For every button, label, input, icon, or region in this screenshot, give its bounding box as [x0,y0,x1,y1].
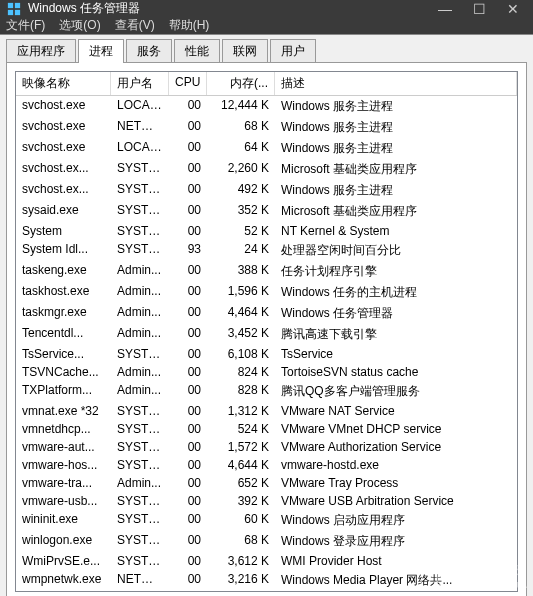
svg-rect-0 [8,2,13,7]
table-row[interactable]: winlogon.exeSYSTEM0068 KWindows 登录应用程序 [16,531,517,552]
window-controls: — ☐ ✕ [437,1,527,17]
table-row[interactable]: svchost.ex...SYSTEM002,260 KMicrosoft 基础… [16,159,517,180]
tab-performance[interactable]: 性能 [174,39,220,63]
tab-applications[interactable]: 应用程序 [6,39,76,63]
table-row[interactable]: TXPlatform...Admin...00828 K腾讯QQ多客户端管理服务 [16,381,517,402]
table-row[interactable]: svchost.exeNETWO...0068 KWindows 服务主进程 [16,117,517,138]
tab-users[interactable]: 用户 [270,39,316,63]
tab-panel: 映像名称 用户名 CPU 内存(... 描述 svchost.exeLOCAL.… [6,62,527,596]
col-image[interactable]: 映像名称 [16,72,111,95]
column-headers: 映像名称 用户名 CPU 内存(... 描述 [16,72,517,96]
client-area: 应用程序 进程 服务 性能 联网 用户 映像名称 用户名 CPU 内存(... … [0,34,533,596]
table-row[interactable]: taskeng.exeAdmin...00388 K任务计划程序引擎 [16,261,517,282]
table-row[interactable]: wmpnetwk.exeNETWO...003,216 KWindows Med… [16,570,517,591]
app-icon [6,1,22,17]
tab-network[interactable]: 联网 [222,39,268,63]
window-title: Windows 任务管理器 [28,0,437,17]
menu-help[interactable]: 帮助(H) [169,17,210,34]
close-icon[interactable]: ✕ [505,1,521,17]
table-row[interactable]: TSVNCache...Admin...00824 KTortoiseSVN s… [16,363,517,381]
table-row[interactable]: taskhost.exeAdmin...001,596 KWindows 任务的… [16,282,517,303]
svg-rect-3 [15,9,20,14]
maximize-icon[interactable]: ☐ [471,1,487,17]
table-row[interactable]: vmware-tra...Admin...00652 KVMware Tray … [16,474,517,492]
titlebar[interactable]: Windows 任务管理器 — ☐ ✕ [0,0,533,17]
table-row[interactable]: Tencentdl...Admin...003,452 K腾讯高速下载引擎 [16,324,517,345]
table-row[interactable]: taskmgr.exeAdmin...004,464 KWindows 任务管理… [16,303,517,324]
table-row[interactable]: vmnat.exe *32SYSTEM001,312 KVMware NAT S… [16,402,517,420]
menu-view[interactable]: 查看(V) [115,17,155,34]
col-mem[interactable]: 内存(... [207,72,275,95]
col-desc[interactable]: 描述 [275,72,517,95]
process-rows[interactable]: svchost.exeLOCAL...0012,444 KWindows 服务主… [16,96,517,591]
table-row[interactable]: svchost.exeLOCAL...0064 KWindows 服务主进程 [16,138,517,159]
table-row[interactable]: vmware-usb...SYSTEM00392 KVMware USB Arb… [16,492,517,510]
table-row[interactable]: SystemSYSTEM0052 KNT Kernel & System [16,222,517,240]
table-row[interactable]: wininit.exeSYSTEM0060 KWindows 启动应用程序 [16,510,517,531]
minimize-icon[interactable]: — [437,1,453,17]
task-manager-window: Windows 任务管理器 — ☐ ✕ 文件(F) 选项(O) 查看(V) 帮助… [0,0,533,596]
table-row[interactable]: sysaid.exeSYSTEM00352 KMicrosoft 基础类应用程序 [16,201,517,222]
svg-rect-2 [8,9,13,14]
table-row[interactable]: System Idl...SYSTEM9324 K处理器空闲时间百分比 [16,240,517,261]
table-row[interactable]: vmware-hos...SYSTEM004,644 Kvmware-hostd… [16,456,517,474]
table-row[interactable]: svchost.exeLOCAL...0012,444 KWindows 服务主… [16,96,517,117]
menubar: 文件(F) 选项(O) 查看(V) 帮助(H) [0,17,533,34]
col-user[interactable]: 用户名 [111,72,169,95]
table-row[interactable]: TsService...SYSTEM006,108 KTsService [16,345,517,363]
table-row[interactable]: vmware-aut...SYSTEM001,572 KVMware Autho… [16,438,517,456]
tab-services[interactable]: 服务 [126,39,172,63]
menu-file[interactable]: 文件(F) [6,17,45,34]
tab-strip: 应用程序 进程 服务 性能 联网 用户 [0,35,533,63]
svg-rect-1 [15,2,20,7]
process-list: 映像名称 用户名 CPU 内存(... 描述 svchost.exeLOCAL.… [15,71,518,592]
tab-processes[interactable]: 进程 [78,39,124,63]
table-row[interactable]: WmiPrvSE.e...SYSTEM003,612 KWMI Provider… [16,552,517,570]
col-cpu[interactable]: CPU [169,72,207,95]
table-row[interactable]: vmnetdhcp...SYSTEM00524 KVMware VMnet DH… [16,420,517,438]
table-row[interactable]: svchost.ex...SYSTEM00492 KWindows 服务主进程 [16,180,517,201]
menu-options[interactable]: 选项(O) [59,17,100,34]
